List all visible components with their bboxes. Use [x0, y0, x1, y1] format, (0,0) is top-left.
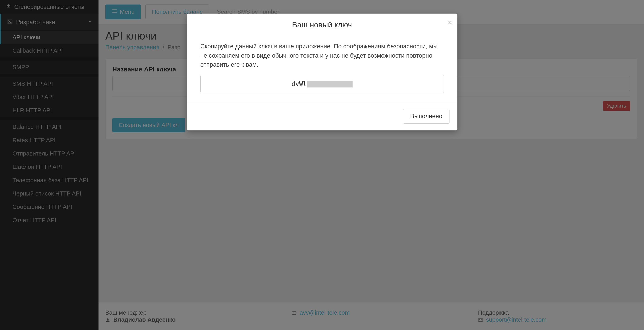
close-button[interactable]: ×: [448, 18, 452, 27]
modal-title: Ваш новый ключ: [195, 20, 450, 29]
done-button[interactable]: Выполнено: [403, 109, 449, 124]
api-key-redacted: [307, 81, 352, 87]
modal-description: Скопируйте данный ключ в ваше приложение…: [200, 42, 444, 69]
api-key-prefix: dvWl: [292, 80, 306, 88]
api-key-display[interactable]: dvWl: [200, 75, 444, 93]
close-icon: ×: [448, 18, 452, 27]
modal-new-api-key: Ваш новый ключ × Скопируйте данный ключ …: [187, 13, 458, 130]
button-label: Выполнено: [410, 113, 442, 120]
modal-overlay[interactable]: Ваш новый ключ × Скопируйте данный ключ …: [0, 0, 644, 330]
modal-header: Ваш новый ключ ×: [187, 13, 458, 35]
modal-body: Скопируйте данный ключ в ваше приложение…: [187, 35, 458, 102]
modal-footer: Выполнено: [187, 102, 458, 130]
